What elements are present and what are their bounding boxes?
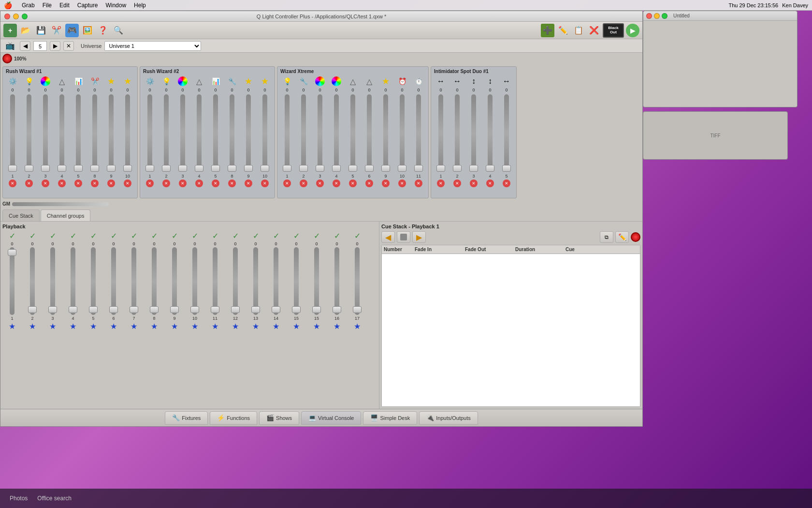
pb-star[interactable]: ★	[110, 322, 117, 331]
fader-track[interactable]	[262, 94, 267, 172]
fixture-wizard-button[interactable]: 🖼️	[81, 24, 94, 37]
pb-check[interactable]: ✓	[212, 231, 218, 240]
channel-x[interactable]: ✕	[283, 179, 291, 187]
cuestack-next-button[interactable]: ▶	[412, 231, 426, 243]
pb-fader-handle[interactable]	[170, 306, 179, 313]
fader-track[interactable]	[76, 94, 81, 172]
pb-fader-track[interactable]	[192, 247, 197, 315]
pb-check[interactable]: ✓	[172, 231, 178, 240]
pb-star[interactable]: ★	[70, 322, 76, 331]
pb-check[interactable]: ✓	[9, 231, 15, 240]
fader-handle[interactable]	[178, 165, 187, 172]
delete-icon[interactable]: 📋	[572, 24, 585, 37]
pb-star[interactable]: ★	[49, 322, 56, 331]
channel-x[interactable]: ✕	[437, 179, 445, 187]
fader-handle[interactable]	[502, 165, 511, 172]
maximize-button[interactable]	[22, 14, 28, 19]
pb-check[interactable]: ✓	[354, 231, 361, 240]
new-button[interactable]: +	[3, 24, 17, 37]
fader-handle[interactable]	[332, 165, 341, 172]
fader-handle[interactable]	[228, 165, 236, 172]
channel-x[interactable]: ✕	[74, 179, 82, 187]
universe-small-icon[interactable]: 📺	[3, 39, 17, 53]
channel-x[interactable]: ✕	[382, 179, 390, 187]
fader-handle[interactable]	[41, 165, 50, 172]
pb-check[interactable]: ✓	[90, 231, 97, 240]
pb-fader-track[interactable]	[213, 247, 218, 315]
page-back-button[interactable]: ◀	[20, 41, 30, 51]
fader-track[interactable]	[125, 94, 130, 172]
fader-handle[interactable]	[25, 165, 33, 172]
menu-capture[interactable]: Capture	[77, 2, 98, 9]
page-close-button[interactable]: ✕	[63, 41, 74, 51]
fader-handle[interactable]	[299, 165, 308, 172]
channel-x[interactable]: ✕	[245, 179, 252, 187]
uw-min-1[interactable]	[654, 13, 660, 19]
channel-x[interactable]: ✕	[58, 179, 66, 187]
fader-handle[interactable]	[486, 165, 494, 172]
fader-handle[interactable]	[107, 165, 116, 172]
fader-track[interactable]	[10, 94, 15, 172]
pb-fader-track[interactable]	[172, 247, 177, 315]
help-button[interactable]: ❓	[96, 24, 110, 37]
channel-x[interactable]: ✕	[503, 179, 510, 187]
channel-x[interactable]: ✕	[195, 179, 203, 187]
fader-track[interactable]	[92, 94, 97, 172]
tab-simple-desk[interactable]: 🖥️ Simple Desk	[363, 411, 417, 425]
pb-check[interactable]: ✓	[50, 231, 56, 240]
pb-check[interactable]: ✓	[29, 231, 36, 240]
gm-fader[interactable]	[12, 202, 109, 206]
pb-fader-handle[interactable]	[251, 306, 260, 313]
pb-fader-handle[interactable]	[69, 306, 77, 313]
pb-fader-track[interactable]	[233, 247, 238, 315]
channel-x[interactable]: ✕	[349, 179, 357, 187]
channel-x[interactable]: ✕	[9, 179, 16, 187]
dmx-monitor-button[interactable]: 🎮	[65, 24, 79, 37]
fader-handle[interactable]	[453, 165, 462, 172]
pb-fader-handle[interactable]	[28, 306, 37, 313]
pb-fader-handle[interactable]	[353, 306, 362, 313]
edit-icon[interactable]: ✏️	[556, 24, 570, 37]
pb-star[interactable]: ★	[29, 322, 36, 331]
channel-x[interactable]: ✕	[42, 179, 49, 187]
channel-x[interactable]: ✕	[162, 179, 170, 187]
channel-x[interactable]: ✕	[365, 179, 373, 187]
remove-icon[interactable]: ❌	[587, 24, 601, 37]
pb-fader-handle[interactable]	[130, 306, 138, 313]
fader-track[interactable]	[471, 94, 476, 172]
search-button[interactable]: 🔍	[112, 24, 125, 37]
uw-close-1[interactable]	[646, 13, 652, 19]
fader-track[interactable]	[213, 94, 218, 172]
fader-track[interactable]	[488, 94, 493, 172]
pb-fader-handle[interactable]	[48, 306, 57, 313]
cuestack-copy-button[interactable]: ⧉	[600, 231, 613, 243]
universe-select[interactable]: Universe 1	[104, 41, 201, 51]
fader-track[interactable]	[334, 94, 339, 172]
pb-check[interactable]: ✓	[314, 231, 320, 240]
fader-track[interactable]	[164, 94, 169, 172]
apple-menu[interactable]: 🍎	[4, 1, 12, 9]
pb-fader-track[interactable]	[334, 247, 339, 315]
page-forward-button[interactable]: ▶	[50, 41, 60, 51]
fader-handle[interactable]	[211, 165, 220, 172]
pb-fader-handle[interactable]	[211, 306, 219, 313]
pb-star[interactable]: ★	[293, 322, 300, 331]
fader-track[interactable]	[455, 94, 460, 172]
save-button[interactable]: 💾	[34, 24, 48, 37]
menu-file[interactable]: File	[43, 2, 52, 9]
pb-fader-track[interactable]	[91, 247, 96, 315]
cuestack-stop-button[interactable]	[397, 231, 410, 243]
fader-handle[interactable]	[162, 165, 171, 172]
fader-track[interactable]	[197, 94, 202, 172]
tab-virtual-console[interactable]: 💻 Virtual Console	[301, 411, 361, 425]
fader-handle[interactable]	[316, 165, 324, 172]
play-button[interactable]: ▶	[626, 24, 639, 37]
menu-edit[interactable]: Edit	[59, 2, 70, 9]
blackout-button[interactable]: Black Out	[603, 23, 624, 38]
tab-channel-groups[interactable]: Channel groups	[41, 209, 91, 221]
pb-fader-handle[interactable]	[272, 306, 280, 313]
fader-track[interactable]	[147, 94, 152, 172]
tab-functions[interactable]: ⚡ Functions	[210, 411, 257, 425]
channel-x[interactable]: ✕	[146, 179, 154, 187]
pb-star[interactable]: ★	[252, 322, 259, 331]
